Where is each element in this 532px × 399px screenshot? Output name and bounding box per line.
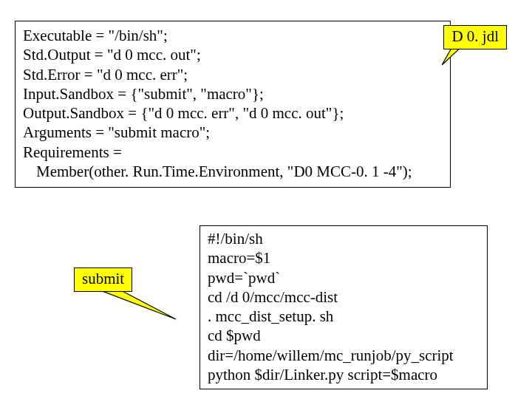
jdl-line: Executable = "/bin/sh";: [23, 26, 443, 45]
script-line: #!/bin/sh: [208, 229, 480, 248]
submit-label-pointer: [95, 288, 183, 332]
submit-script-box: #!/bin/sh macro=$1 pwd=`pwd` cd /d 0/mcc…: [200, 225, 488, 389]
submit-file-label: submit: [74, 267, 132, 292]
jdl-line: Std.Output = "d 0 mcc. out";: [23, 45, 443, 64]
script-line: dir=/home/willem/mc_runjob/py_script: [208, 346, 480, 365]
jdl-line: Requirements =: [23, 143, 443, 162]
svg-marker-1: [95, 288, 176, 319]
jdl-line: Member(other. Run.Time.Environment, "D0 …: [23, 162, 443, 181]
script-line: macro=$1: [208, 248, 480, 267]
script-line: pwd=`pwd`: [208, 268, 480, 287]
jdl-line: Std.Error = "d 0 mcc. err";: [23, 65, 443, 84]
script-line: python $dir/Linker.py script=$macro: [208, 365, 480, 384]
jdl-line: Input.Sandbox = {"submit", "macro"};: [23, 84, 443, 103]
script-line: . mcc_dist_setup. sh: [208, 307, 480, 326]
jdl-line: Arguments = "submit macro";: [23, 123, 443, 142]
script-line: cd $pwd: [208, 326, 480, 345]
jdl-file-box: Executable = "/bin/sh"; Std.Output = "d …: [15, 21, 451, 188]
jdl-file-label: D 0. jdl: [443, 25, 507, 50]
script-line: cd /d 0/mcc/mcc-dist: [208, 287, 480, 307]
jdl-line: Output.Sandbox = {"d 0 mcc. err", "d 0 m…: [23, 103, 443, 123]
